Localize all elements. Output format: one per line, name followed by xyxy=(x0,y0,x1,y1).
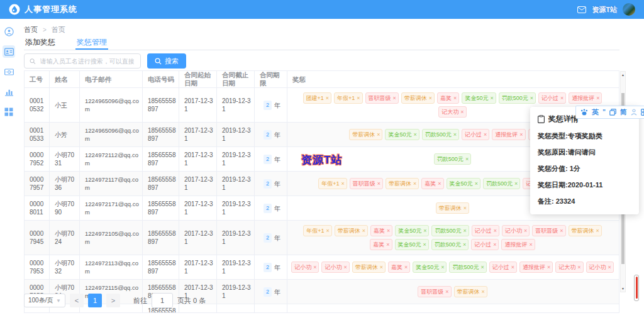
tag-close-icon[interactable]: × xyxy=(326,94,329,102)
tag-close-icon[interactable]: × xyxy=(380,263,383,272)
tag-close-icon[interactable]: × xyxy=(441,263,444,272)
tag-close-icon[interactable]: × xyxy=(313,263,316,272)
reward-tag[interactable]: 奖金50元× xyxy=(395,225,429,236)
tag-close-icon[interactable]: × xyxy=(362,227,365,235)
tag-close-icon[interactable]: × xyxy=(445,288,448,296)
paw-icon[interactable] xyxy=(580,109,588,116)
translate-en-button[interactable]: 英 xyxy=(592,107,599,117)
reward-tag[interactable]: 奖金50元× xyxy=(413,262,447,273)
reward-tag[interactable]: 嘉奖× xyxy=(421,178,443,189)
reward-tag[interactable]: 带薪调休× xyxy=(454,286,487,297)
reward-tag[interactable]: 记小功× xyxy=(291,262,319,273)
tag-close-icon[interactable]: × xyxy=(529,241,532,249)
tag-close-icon[interactable]: × xyxy=(482,288,485,296)
tag-close-icon[interactable]: × xyxy=(386,241,389,249)
tag-close-icon[interactable]: × xyxy=(519,131,523,139)
tag-close-icon[interactable]: × xyxy=(596,94,599,102)
tag-close-icon[interactable]: × xyxy=(608,263,611,272)
goto-page-input[interactable] xyxy=(152,293,173,308)
reward-tag[interactable]: 嘉奖× xyxy=(437,92,459,104)
reward-tag[interactable]: 记小过× xyxy=(462,129,489,140)
page-number-button[interactable]: 1 xyxy=(88,294,102,307)
tag-close-icon[interactable]: × xyxy=(423,241,426,249)
reward-tag[interactable]: 晋职晋级× xyxy=(532,225,565,236)
reward-tag[interactable]: 罚款500元× xyxy=(431,239,469,250)
reward-tag[interactable]: 通报批评× xyxy=(519,262,553,273)
reward-tag[interactable]: 团建+1× xyxy=(303,92,332,104)
reward-tag[interactable]: 通报批评× xyxy=(569,92,602,104)
reward-tag[interactable]: 罚款500元× xyxy=(431,225,469,236)
tag-close-icon[interactable]: × xyxy=(547,263,550,272)
tag-close-icon[interactable]: × xyxy=(413,180,416,188)
tag-close-icon[interactable]: × xyxy=(463,241,466,249)
reward-tag[interactable]: 带薪调休× xyxy=(569,225,602,236)
tag-close-icon[interactable]: × xyxy=(387,227,390,235)
user-avatar[interactable] xyxy=(623,3,635,16)
reward-tag[interactable]: 罚款500元× xyxy=(422,129,459,140)
mail-icon[interactable] xyxy=(577,6,586,13)
scroll-up-arrow[interactable]: ▲ xyxy=(621,72,625,78)
table-row[interactable]: 00007945小明70241224972105@qq.com185655588… xyxy=(25,221,619,255)
table-row[interactable]: 00007953小明70321224972113@qq.com185655588… xyxy=(25,255,619,280)
reward-tag[interactable]: 带薪调休× xyxy=(352,262,386,273)
reward-tag[interactable]: 带薪调休× xyxy=(386,178,419,189)
tag-close-icon[interactable]: × xyxy=(453,94,457,102)
tag-close-icon[interactable]: × xyxy=(475,180,478,188)
tag-close-icon[interactable]: × xyxy=(404,263,408,272)
tag-close-icon[interactable]: × xyxy=(393,94,396,102)
tag-close-icon[interactable]: × xyxy=(341,180,345,188)
reward-tag[interactable]: 罚款500元× xyxy=(499,92,536,104)
tag-close-icon[interactable]: × xyxy=(460,108,464,116)
prev-page-button[interactable]: < xyxy=(70,294,84,307)
sidebar-item-chart[interactable] xyxy=(3,85,15,98)
page-size-select[interactable]: 100条/页 ▼ xyxy=(24,294,65,307)
reward-tag[interactable]: 晋职晋级× xyxy=(365,92,399,104)
reward-tag[interactable]: 奖金50元× xyxy=(395,239,429,250)
next-page-button[interactable]: > xyxy=(106,294,120,307)
reward-tag[interactable]: 带薪调休× xyxy=(401,92,435,104)
reward-tag[interactable]: 带薪调休× xyxy=(436,202,469,214)
tag-close-icon[interactable]: × xyxy=(423,227,426,235)
reward-tag[interactable]: 记小过× xyxy=(471,239,499,250)
reward-tag[interactable]: 奖金50元× xyxy=(385,129,419,140)
scroll-down-arrow[interactable]: ▼ xyxy=(621,285,625,292)
search-button[interactable]: 搜索 xyxy=(147,53,186,69)
tag-close-icon[interactable]: × xyxy=(481,263,484,272)
tag-close-icon[interactable]: × xyxy=(357,94,360,102)
reward-tag[interactable]: 年假+1× xyxy=(318,178,347,189)
reward-tag[interactable]: 记大功× xyxy=(438,106,466,118)
reward-tag[interactable]: 记小功× xyxy=(321,262,349,273)
tag-close-icon[interactable]: × xyxy=(493,241,496,249)
reward-tag[interactable]: 通报批评× xyxy=(501,239,535,250)
tag-close-icon[interactable]: × xyxy=(438,180,441,188)
tag-close-icon[interactable]: × xyxy=(560,94,564,102)
reward-tag[interactable]: 嘉奖× xyxy=(370,239,392,250)
reward-tag[interactable]: 记小过× xyxy=(489,262,517,273)
apps-grid-icon[interactable] xyxy=(641,109,644,116)
translate-cn-button[interactable]: 简 xyxy=(620,107,627,117)
reward-tag[interactable]: 嘉奖× xyxy=(388,262,410,273)
reward-tag[interactable]: 带薪调休× xyxy=(349,129,382,140)
reward-tag[interactable]: 奖金50元× xyxy=(462,92,496,104)
reward-tag[interactable]: 年假+1× xyxy=(334,92,363,104)
reward-tag[interactable]: 罚款500元× xyxy=(449,262,486,273)
reward-tag[interactable]: 记小功× xyxy=(586,262,614,273)
reward-tag[interactable]: 带薪调休× xyxy=(335,225,368,236)
sidebar-item-apps[interactable] xyxy=(3,106,15,118)
tag-close-icon[interactable]: × xyxy=(490,94,493,102)
tag-close-icon[interactable]: × xyxy=(377,180,380,188)
reward-tag[interactable]: 记小过× xyxy=(538,92,566,104)
search-input[interactable] xyxy=(39,57,135,65)
tag-close-icon[interactable]: × xyxy=(326,227,329,235)
tag-close-icon[interactable]: × xyxy=(577,263,580,272)
reward-tag[interactable]: 晋职晋级× xyxy=(418,286,451,297)
sidebar-item-id-card[interactable] xyxy=(3,45,15,58)
tag-close-icon[interactable]: × xyxy=(511,263,514,272)
tag-close-icon[interactable]: × xyxy=(494,227,497,235)
reward-tag[interactable]: 记小功× xyxy=(502,225,530,236)
tag-close-icon[interactable]: × xyxy=(464,204,467,212)
breadcrumb-item[interactable]: 首页 xyxy=(24,25,38,35)
copy-icon[interactable] xyxy=(609,109,616,116)
tag-close-icon[interactable]: × xyxy=(524,227,527,235)
tag-close-icon[interactable]: × xyxy=(484,131,487,139)
